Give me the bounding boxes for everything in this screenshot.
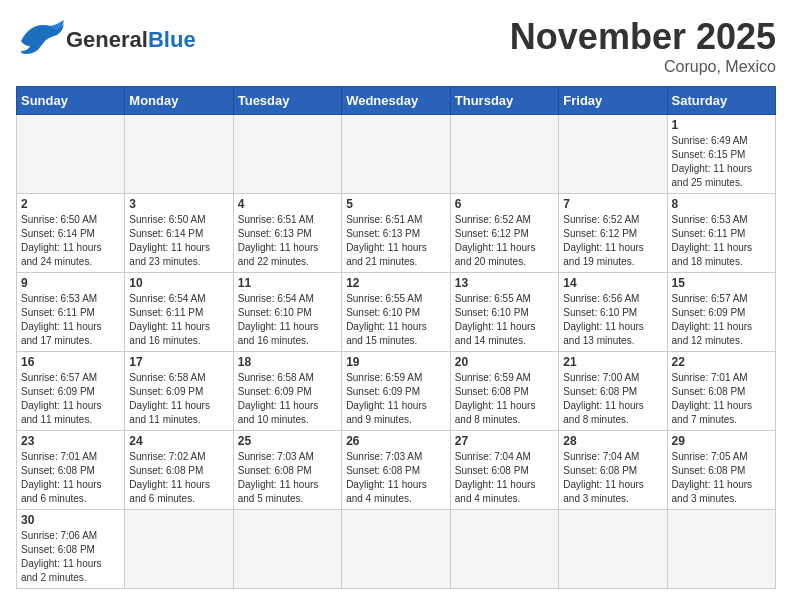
logo-general: General	[66, 28, 148, 52]
title-section: November 2025 Corupo, Mexico	[510, 16, 776, 76]
calendar-cell: 14Sunrise: 6:56 AM Sunset: 6:10 PM Dayli…	[559, 273, 667, 352]
day-number: 27	[455, 434, 554, 448]
day-number: 21	[563, 355, 662, 369]
calendar-cell	[667, 510, 775, 589]
weekday-header-sunday: Sunday	[17, 87, 125, 115]
day-number: 26	[346, 434, 446, 448]
day-info: Sunrise: 6:56 AM Sunset: 6:10 PM Dayligh…	[563, 292, 662, 348]
calendar-cell	[233, 115, 341, 194]
day-number: 15	[672, 276, 771, 290]
calendar: SundayMondayTuesdayWednesdayThursdayFrid…	[16, 86, 776, 589]
calendar-cell: 30Sunrise: 7:06 AM Sunset: 6:08 PM Dayli…	[17, 510, 125, 589]
day-info: Sunrise: 6:58 AM Sunset: 6:09 PM Dayligh…	[238, 371, 337, 427]
calendar-cell: 23Sunrise: 7:01 AM Sunset: 6:08 PM Dayli…	[17, 431, 125, 510]
day-info: Sunrise: 6:50 AM Sunset: 6:14 PM Dayligh…	[21, 213, 120, 269]
calendar-cell: 27Sunrise: 7:04 AM Sunset: 6:08 PM Dayli…	[450, 431, 558, 510]
calendar-cell: 1Sunrise: 6:49 AM Sunset: 6:15 PM Daylig…	[667, 115, 775, 194]
calendar-cell: 24Sunrise: 7:02 AM Sunset: 6:08 PM Dayli…	[125, 431, 233, 510]
calendar-cell: 2Sunrise: 6:50 AM Sunset: 6:14 PM Daylig…	[17, 194, 125, 273]
calendar-week-1: 1Sunrise: 6:49 AM Sunset: 6:15 PM Daylig…	[17, 115, 776, 194]
day-number: 12	[346, 276, 446, 290]
weekday-header-wednesday: Wednesday	[342, 87, 451, 115]
day-info: Sunrise: 7:01 AM Sunset: 6:08 PM Dayligh…	[21, 450, 120, 506]
day-info: Sunrise: 6:57 AM Sunset: 6:09 PM Dayligh…	[21, 371, 120, 427]
calendar-cell: 10Sunrise: 6:54 AM Sunset: 6:11 PM Dayli…	[125, 273, 233, 352]
day-number: 18	[238, 355, 337, 369]
day-number: 2	[21, 197, 120, 211]
day-info: Sunrise: 7:02 AM Sunset: 6:08 PM Dayligh…	[129, 450, 228, 506]
day-number: 9	[21, 276, 120, 290]
day-info: Sunrise: 7:05 AM Sunset: 6:08 PM Dayligh…	[672, 450, 771, 506]
calendar-week-2: 2Sunrise: 6:50 AM Sunset: 6:14 PM Daylig…	[17, 194, 776, 273]
calendar-week-4: 16Sunrise: 6:57 AM Sunset: 6:09 PM Dayli…	[17, 352, 776, 431]
calendar-cell: 18Sunrise: 6:58 AM Sunset: 6:09 PM Dayli…	[233, 352, 341, 431]
day-number: 13	[455, 276, 554, 290]
day-info: Sunrise: 6:54 AM Sunset: 6:11 PM Dayligh…	[129, 292, 228, 348]
weekday-header-friday: Friday	[559, 87, 667, 115]
day-number: 25	[238, 434, 337, 448]
day-info: Sunrise: 6:50 AM Sunset: 6:14 PM Dayligh…	[129, 213, 228, 269]
weekday-header-tuesday: Tuesday	[233, 87, 341, 115]
calendar-cell: 12Sunrise: 6:55 AM Sunset: 6:10 PM Dayli…	[342, 273, 451, 352]
logo-blue: Blue	[148, 28, 196, 52]
day-number: 5	[346, 197, 446, 211]
day-number: 30	[21, 513, 120, 527]
day-info: Sunrise: 6:59 AM Sunset: 6:09 PM Dayligh…	[346, 371, 446, 427]
calendar-cell: 11Sunrise: 6:54 AM Sunset: 6:10 PM Dayli…	[233, 273, 341, 352]
day-number: 19	[346, 355, 446, 369]
weekday-header-thursday: Thursday	[450, 87, 558, 115]
day-info: Sunrise: 7:00 AM Sunset: 6:08 PM Dayligh…	[563, 371, 662, 427]
day-info: Sunrise: 6:58 AM Sunset: 6:09 PM Dayligh…	[129, 371, 228, 427]
calendar-cell: 17Sunrise: 6:58 AM Sunset: 6:09 PM Dayli…	[125, 352, 233, 431]
calendar-header-row: SundayMondayTuesdayWednesdayThursdayFrid…	[17, 87, 776, 115]
day-number: 4	[238, 197, 337, 211]
day-info: Sunrise: 7:03 AM Sunset: 6:08 PM Dayligh…	[346, 450, 446, 506]
day-info: Sunrise: 7:04 AM Sunset: 6:08 PM Dayligh…	[563, 450, 662, 506]
day-number: 23	[21, 434, 120, 448]
calendar-cell: 22Sunrise: 7:01 AM Sunset: 6:08 PM Dayli…	[667, 352, 775, 431]
day-number: 17	[129, 355, 228, 369]
day-number: 16	[21, 355, 120, 369]
day-info: Sunrise: 6:52 AM Sunset: 6:12 PM Dayligh…	[563, 213, 662, 269]
month-title: November 2025	[510, 16, 776, 58]
calendar-cell	[342, 115, 451, 194]
day-info: Sunrise: 6:59 AM Sunset: 6:08 PM Dayligh…	[455, 371, 554, 427]
calendar-cell	[233, 510, 341, 589]
calendar-cell: 21Sunrise: 7:00 AM Sunset: 6:08 PM Dayli…	[559, 352, 667, 431]
calendar-cell	[342, 510, 451, 589]
day-info: Sunrise: 6:49 AM Sunset: 6:15 PM Dayligh…	[672, 134, 771, 190]
logo: General Blue	[16, 16, 196, 65]
calendar-cell: 7Sunrise: 6:52 AM Sunset: 6:12 PM Daylig…	[559, 194, 667, 273]
day-info: Sunrise: 7:01 AM Sunset: 6:08 PM Dayligh…	[672, 371, 771, 427]
calendar-cell: 20Sunrise: 6:59 AM Sunset: 6:08 PM Dayli…	[450, 352, 558, 431]
day-number: 14	[563, 276, 662, 290]
day-number: 3	[129, 197, 228, 211]
day-info: Sunrise: 7:04 AM Sunset: 6:08 PM Dayligh…	[455, 450, 554, 506]
logo-bird-icon	[16, 16, 66, 61]
day-number: 7	[563, 197, 662, 211]
calendar-cell	[125, 510, 233, 589]
calendar-cell: 25Sunrise: 7:03 AM Sunset: 6:08 PM Dayli…	[233, 431, 341, 510]
calendar-cell: 6Sunrise: 6:52 AM Sunset: 6:12 PM Daylig…	[450, 194, 558, 273]
calendar-cell: 4Sunrise: 6:51 AM Sunset: 6:13 PM Daylig…	[233, 194, 341, 273]
logo-text: General Blue	[66, 28, 196, 52]
calendar-cell	[450, 510, 558, 589]
calendar-cell: 29Sunrise: 7:05 AM Sunset: 6:08 PM Dayli…	[667, 431, 775, 510]
calendar-week-5: 23Sunrise: 7:01 AM Sunset: 6:08 PM Dayli…	[17, 431, 776, 510]
calendar-cell	[17, 115, 125, 194]
calendar-cell	[559, 115, 667, 194]
calendar-week-3: 9Sunrise: 6:53 AM Sunset: 6:11 PM Daylig…	[17, 273, 776, 352]
day-info: Sunrise: 6:55 AM Sunset: 6:10 PM Dayligh…	[455, 292, 554, 348]
day-info: Sunrise: 6:53 AM Sunset: 6:11 PM Dayligh…	[672, 213, 771, 269]
day-number: 6	[455, 197, 554, 211]
day-number: 28	[563, 434, 662, 448]
day-info: Sunrise: 6:55 AM Sunset: 6:10 PM Dayligh…	[346, 292, 446, 348]
calendar-cell	[125, 115, 233, 194]
day-number: 22	[672, 355, 771, 369]
calendar-cell: 3Sunrise: 6:50 AM Sunset: 6:14 PM Daylig…	[125, 194, 233, 273]
weekday-header-monday: Monday	[125, 87, 233, 115]
weekday-header-saturday: Saturday	[667, 87, 775, 115]
day-info: Sunrise: 6:57 AM Sunset: 6:09 PM Dayligh…	[672, 292, 771, 348]
calendar-cell: 9Sunrise: 6:53 AM Sunset: 6:11 PM Daylig…	[17, 273, 125, 352]
page-header: General Blue November 2025 Corupo, Mexic…	[16, 16, 776, 76]
